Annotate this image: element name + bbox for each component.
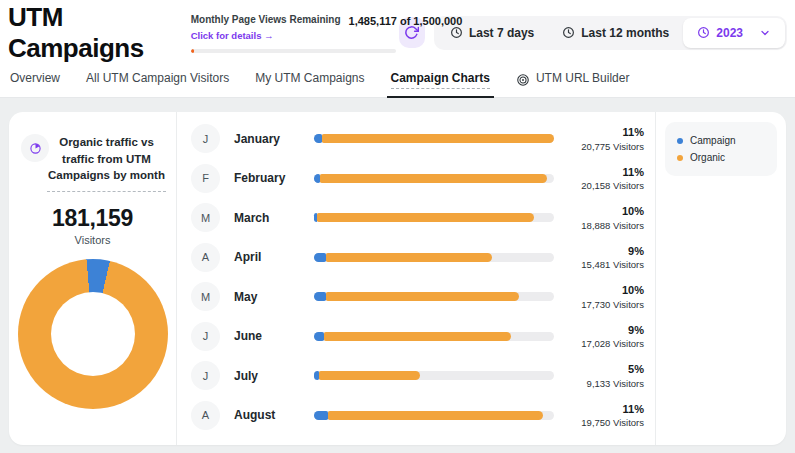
bar-track bbox=[314, 134, 554, 143]
row-percent: 10% bbox=[566, 205, 644, 217]
bar-track bbox=[314, 332, 554, 341]
bar-campaign bbox=[314, 332, 324, 341]
bar-campaign bbox=[314, 371, 319, 380]
legend-dot bbox=[677, 138, 683, 144]
chevron-down-icon bbox=[759, 27, 771, 39]
month-label: April bbox=[234, 250, 314, 264]
bar-organic bbox=[324, 332, 511, 341]
row-labels: 10% 18,888 Visitors bbox=[566, 205, 650, 231]
page-views-progress-fill bbox=[191, 49, 194, 53]
bar-row: M March 10% 18,888 Visitors bbox=[183, 198, 650, 238]
tab-all-utm-campaign-visitors[interactable]: All UTM Campaign Visitors bbox=[86, 65, 229, 97]
refresh-icon bbox=[404, 25, 419, 40]
header: UTM Campaigns Monthly Page Views Remaini… bbox=[0, 0, 795, 65]
month-avatar: J bbox=[191, 361, 220, 390]
bar-row: F February 11% 20,158 Visitors bbox=[183, 159, 650, 199]
clock-icon bbox=[450, 26, 463, 39]
row-labels: 11% 20,775 Visitors bbox=[566, 126, 650, 152]
bar-track bbox=[314, 213, 554, 222]
bar-row: J January 11% 20,775 Visitors bbox=[183, 119, 650, 159]
row-visitors: 9,133 Visitors bbox=[566, 378, 644, 389]
page-views-value: 1,485,117 of 1,500,000 bbox=[349, 15, 463, 27]
tab-my-utm-campaigns[interactable]: My UTM Campaigns bbox=[255, 65, 364, 97]
bar-organic bbox=[326, 253, 491, 262]
bar-organic bbox=[320, 174, 547, 183]
month-avatar: M bbox=[191, 282, 220, 311]
row-percent: 9% bbox=[566, 245, 644, 257]
bar-organic bbox=[328, 411, 543, 420]
range-year-value: 2023 bbox=[716, 26, 743, 40]
tab-campaign-charts[interactable]: Campaign Charts bbox=[391, 65, 490, 97]
row-labels: 5% 9,133 Visitors bbox=[566, 363, 650, 389]
month-label: March bbox=[234, 211, 314, 225]
row-visitors: 18,888 Visitors bbox=[566, 220, 644, 231]
row-percent: 9% bbox=[566, 324, 644, 336]
summary-panel: Organic traffic vs traffic from UTM Camp… bbox=[9, 112, 177, 445]
summary-total-label: Visitors bbox=[15, 234, 170, 246]
row-labels: 11% 20,158 Visitors bbox=[566, 166, 650, 192]
month-avatar: J bbox=[191, 322, 220, 351]
month-avatar: A bbox=[191, 243, 220, 272]
legend-label: Organic bbox=[690, 152, 725, 163]
bar-track bbox=[314, 292, 554, 301]
summary-total: 181,159 bbox=[15, 205, 170, 232]
page-title: UTM Campaigns bbox=[8, 2, 175, 64]
legend-box: Campaign Organic bbox=[665, 122, 777, 176]
month-avatar: A bbox=[191, 401, 220, 430]
bar-organic bbox=[317, 213, 534, 222]
tab-bar: Overview All UTM Campaign Visitors My UT… bbox=[0, 65, 795, 98]
page-views-label: Monthly Page Views Remaining bbox=[191, 14, 341, 25]
page-views-progressbar bbox=[191, 49, 396, 53]
legend-label: Campaign bbox=[690, 135, 736, 146]
range-last-12-months[interactable]: Last 12 months bbox=[548, 18, 683, 48]
month-label: July bbox=[234, 369, 314, 383]
bar-track bbox=[314, 411, 554, 420]
row-labels: 9% 15,481 Visitors bbox=[566, 245, 650, 271]
month-label: May bbox=[234, 290, 314, 304]
row-percent: 11% bbox=[566, 126, 644, 138]
bar-campaign bbox=[314, 411, 328, 420]
month-avatar: J bbox=[191, 124, 220, 153]
range-label: Last 7 days bbox=[469, 26, 534, 40]
date-range-group: Last 7 days Last 12 months 2023 bbox=[434, 16, 787, 50]
clock-icon bbox=[562, 26, 575, 39]
bar-row: J June 9% 17,028 Visitors bbox=[183, 317, 650, 357]
tab-overview[interactable]: Overview bbox=[10, 65, 60, 97]
row-visitors: 15,481 Visitors bbox=[566, 259, 644, 270]
row-labels: 9% 17,028 Visitors bbox=[566, 324, 650, 350]
bar-campaign bbox=[314, 134, 322, 143]
month-label: August bbox=[234, 408, 314, 422]
bar-campaign bbox=[314, 213, 317, 222]
bar-campaign bbox=[314, 253, 326, 262]
bar-organic bbox=[322, 134, 554, 143]
bar-campaign bbox=[314, 292, 326, 301]
legend-item-campaign: Campaign bbox=[677, 132, 765, 149]
row-visitors: 20,158 Visitors bbox=[566, 180, 644, 191]
month-avatar: M bbox=[191, 203, 220, 232]
donut-chart bbox=[18, 259, 168, 409]
row-percent: 11% bbox=[566, 166, 644, 178]
row-visitors: 19,750 Visitors bbox=[566, 417, 644, 428]
summary-title: Organic traffic vs traffic from UTM Camp… bbox=[47, 134, 166, 192]
legend-item-organic: Organic bbox=[677, 149, 765, 166]
page-views-block: Monthly Page Views Remaining Click for d… bbox=[191, 12, 399, 53]
main-content: Organic traffic vs traffic from UTM Camp… bbox=[0, 98, 795, 453]
bar-track bbox=[314, 253, 554, 262]
page-views-details-link[interactable]: Click for details → bbox=[191, 30, 274, 41]
clock-icon bbox=[697, 26, 710, 39]
bar-row: M May 10% 17,730 Visitors bbox=[183, 277, 650, 317]
bar-organic bbox=[319, 371, 419, 380]
tab-utm-url-builder[interactable]: UTM URL Builder bbox=[516, 65, 630, 97]
bar-track bbox=[314, 174, 554, 183]
bar-organic bbox=[326, 292, 520, 301]
row-percent: 10% bbox=[566, 284, 644, 296]
row-percent: 5% bbox=[566, 363, 644, 375]
bar-track bbox=[314, 371, 554, 380]
month-avatar: F bbox=[191, 164, 220, 193]
url-builder-icon bbox=[516, 73, 530, 87]
row-visitors: 17,028 Visitors bbox=[566, 338, 644, 349]
range-year-select[interactable]: 2023 bbox=[683, 18, 785, 48]
row-percent: 11% bbox=[566, 403, 644, 415]
legend-dot bbox=[677, 155, 683, 161]
bar-row: A August 11% 19,750 Visitors bbox=[183, 396, 650, 436]
